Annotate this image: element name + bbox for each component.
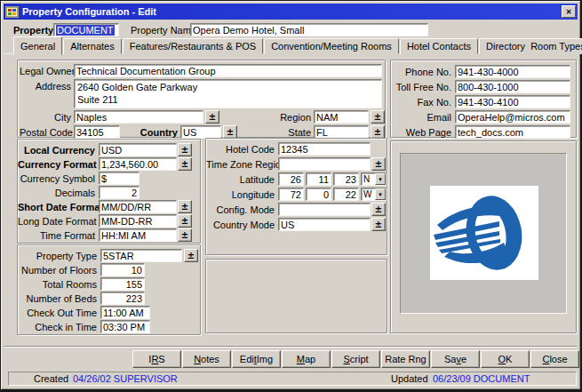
property-type-label: Property Type [18,251,97,261]
property-type-lov-button[interactable]: ± [184,249,198,262]
config-mode-input[interactable] [278,203,371,216]
app-icon [5,6,19,18]
time-format-input[interactable] [99,228,177,242]
state-lov-button[interactable]: ± [371,125,385,139]
notes-button[interactable]: Notes [182,350,231,368]
latitude-direction-dropdown-button[interactable]: ▼ [375,173,386,185]
property-name-label: Property Name [131,25,196,36]
floors-input[interactable] [100,263,145,276]
window-title: Property Configuration - Edit [22,6,562,17]
ok-button[interactable]: OK [481,350,530,368]
currency-format-input[interactable] [99,157,177,171]
currency-symbol-label: Currency Symbol [18,173,95,184]
time-zone-region-lov-button[interactable]: ± [371,157,386,171]
longitude-min-input[interactable] [306,188,331,201]
short-date-format-lov-button[interactable]: ± [178,200,192,213]
currency-symbol-input[interactable] [99,172,140,185]
hotel-code-label: Hotel Code [206,144,275,155]
lov-icon: ± [181,203,188,212]
tab-general[interactable]: General [13,36,62,55]
edit-img-button[interactable]: Edit Img [232,350,281,368]
longitude-sec-input[interactable] [333,188,359,201]
irs-button[interactable]: IRS [132,350,181,368]
state-input[interactable] [314,125,369,139]
city-label: City [20,112,71,123]
longitude-direction-dropdown-button[interactable]: ▼ [375,188,386,200]
web-page-label: Web Page [393,127,451,138]
email-input[interactable] [455,110,570,124]
web-page-input[interactable] [455,125,570,139]
latitude-min-input[interactable] [306,172,331,186]
check-in-time-input[interactable] [100,320,150,333]
script-button[interactable]: Script [331,350,380,368]
config-mode-lov-button[interactable]: ± [371,203,386,216]
tab-convention-meeting-rooms[interactable]: Convention/Meeting Rooms [264,38,399,54]
city-lov-button[interactable]: ± [205,110,219,124]
opera-logo [430,186,538,280]
property-type-input[interactable] [100,249,182,262]
short-date-format-input[interactable] [99,200,177,213]
decimals-label: Decimals [18,188,95,198]
total-rooms-label: Total Rooms [18,279,97,290]
country-mode-input[interactable] [278,218,371,231]
total-rooms-input[interactable] [100,277,145,291]
postal-code-input[interactable] [74,125,120,139]
phone-label: Phone No. [393,67,451,77]
longitude-deg-input[interactable] [278,188,304,201]
region-lov-button[interactable]: ± [371,110,385,124]
number-of-beds-label: Number of Beds [18,293,97,304]
titlebar-close-button[interactable]: ✕ [562,5,576,18]
property-label: Property [13,25,53,36]
map-button[interactable]: Map [282,350,331,368]
local-currency-lov-button[interactable]: ± [178,143,192,156]
long-date-format-input[interactable] [99,214,177,228]
legal-owner-input[interactable] [74,64,382,77]
address-line-2: Suite 211 [77,93,379,106]
tab-alternates[interactable]: Alternates [63,38,122,54]
lov-icon: ± [374,113,381,122]
fax-input[interactable] [455,95,570,108]
postal-code-label: Postal Code [20,127,71,138]
save-button[interactable]: Save [431,350,480,368]
latitude-direction-combo[interactable]: N ▼ [361,172,387,186]
hotel-code-input[interactable] [278,142,371,156]
tab-features-restaurants-pos[interactable]: Features/Restaurants & POS [123,38,263,54]
city-input[interactable] [74,110,203,124]
close-button[interactable]: Close [530,350,579,368]
latitude-sec-input[interactable] [333,172,359,186]
check-out-time-input[interactable] [100,306,150,319]
time-zone-region-input[interactable] [278,157,371,171]
tab-hotel-contacts[interactable]: Hotel Contacts [400,38,478,54]
combo-arrow-icon: ▼ [378,192,383,197]
time-format-lov-button[interactable]: ± [178,228,192,242]
decimals-input[interactable] [99,186,140,199]
time-format-label: Time Format [18,230,95,241]
currency-format-lov-button[interactable]: ± [178,157,192,171]
latitude-deg-input[interactable] [278,172,304,186]
title-bar: Property Configuration - Edit ✕ [4,4,578,20]
beds-input[interactable] [100,292,145,305]
local-currency-input[interactable] [99,143,177,156]
updated-value: 06/23/09 DOCUMENT [433,373,530,384]
country-label: Country [123,127,178,138]
status-bar: Created 04/26/02 SUPERVISOR Updated 06/2… [8,372,577,386]
country-lov-button[interactable]: ± [223,125,237,139]
property-stats-groupbox: Property Type ± Number of Floors Total R… [17,244,201,335]
address-input[interactable]: 2640 Golden Gate Parkway Suite 211 [74,79,382,108]
local-currency-label: Local Currency [18,145,95,156]
toll-free-input[interactable] [455,80,570,93]
longitude-direction-combo[interactable]: W ▼ [361,188,387,201]
config-mode-label: Config. Mode [206,204,275,215]
property-name-input[interactable] [190,23,428,36]
country-mode-lov-button[interactable]: ± [371,218,386,231]
long-date-format-lov-button[interactable]: ± [178,214,192,228]
tab-directory-room-types[interactable]: Directory Room Types [479,38,582,54]
created-label: Created [34,373,68,384]
region-input[interactable] [314,110,369,124]
property-selected-text: DOCUMENT [56,25,115,36]
country-input[interactable] [180,125,221,139]
phone-input[interactable] [455,65,570,78]
hotel-code-groupbox: Hotel Code Time Zone Region ± Latitude N… [205,138,387,255]
rate-rng-button[interactable]: Rate Rng [381,350,430,368]
property-input[interactable]: DOCUMENT [53,23,119,36]
